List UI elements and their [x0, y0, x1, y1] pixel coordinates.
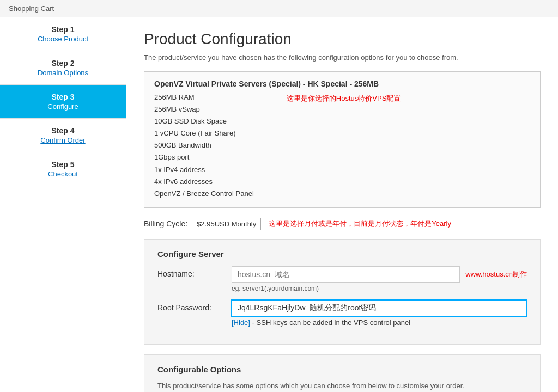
step2-subtitle[interactable]: Domain Options [9, 69, 117, 77]
billing-note: 这里是选择月付或是年付，目前是月付状态，年付是Yearly [269, 219, 451, 229]
sidebar-item-step5[interactable]: Step 5 Checkout [0, 152, 126, 186]
step1-title: Step 1 [9, 25, 117, 34]
top-bar: Shopping Cart [0, 0, 558, 17]
hostname-label: Hostname: [157, 266, 223, 278]
hostname-hint: eg. server1(.yourdomain.com) [232, 285, 527, 292]
spec-ipv4: 1x IPv4 address [154, 164, 254, 176]
spec-cpu: 1 vCPU Core (Fair Share) [154, 127, 254, 139]
step4-title: Step 4 [9, 126, 117, 135]
sidebar-item-step2[interactable]: Step 2 Domain Options [0, 51, 126, 85]
product-box: OpenVZ Virtual Private Servers (Special)… [144, 71, 541, 208]
spec-ram: 256MB RAM [154, 91, 254, 103]
configurable-desc: This product/service has some options wh… [157, 382, 527, 390]
billing-label: Billing Cycle: [144, 219, 187, 228]
spec-disk: 10GB SSD Disk Space [154, 115, 254, 127]
password-row: Root Password: [Hide] - SSH keys can be … [157, 300, 527, 327]
step3-subtitle: Configure [9, 102, 117, 111]
configure-server-box: Configure Server Hostname: www.hostus.cn… [144, 239, 541, 345]
sidebar-item-step3[interactable]: Step 3 Configure [0, 85, 126, 119]
spec-ipv6: 4x IPv6 addresses [154, 176, 254, 188]
step2-title: Step 2 [9, 59, 117, 68]
product-spec-note: 这里是你选择的Hostus特价VPS配置 [287, 94, 401, 103]
page-desc: The product/service you have chosen has … [144, 53, 541, 62]
hostname-input[interactable] [232, 266, 460, 283]
hostname-input-row: www.hostus.cn制作 [232, 266, 527, 283]
step3-title: Step 3 [9, 93, 117, 101]
configurable-options-title: Configurable Options [157, 365, 527, 374]
spec-port: 1Gbps port [154, 151, 254, 163]
product-name: OpenVZ Virtual Private Servers (Special)… [154, 79, 530, 88]
product-specs: 256MB RAM 256MB vSwap 10GB SSD Disk Spac… [154, 91, 254, 200]
password-input[interactable] [232, 300, 527, 316]
hide-link[interactable]: [Hide] [232, 318, 250, 327]
spec-swap: 256MB vSwap [154, 103, 254, 115]
password-label: Root Password: [157, 300, 223, 312]
billing-row: Billing Cycle: $2.95USD Monthly 这里是选择月付或… [144, 218, 541, 230]
configurable-options-box: Configurable Options This product/servic… [144, 354, 541, 392]
configure-server-title: Configure Server [157, 249, 527, 259]
step1-subtitle[interactable]: Choose Product [9, 35, 117, 43]
hostname-row: Hostname: www.hostus.cn制作 eg. server1(.y… [157, 266, 527, 292]
main-content: Product Configuration The product/servic… [126, 17, 558, 392]
step5-subtitle[interactable]: Checkout [9, 170, 117, 178]
shopping-cart-label: Shopping Cart [9, 4, 54, 13]
billing-value: $2.95USD Monthly [192, 218, 261, 230]
spec-right: 这里是你选择的Hostus特价VPS配置 [276, 91, 401, 200]
ssh-note-text: - SSH keys can be added in the VPS contr… [252, 318, 411, 327]
spec-bw: 500GB Bandwidth [154, 139, 254, 151]
step4-subtitle[interactable]: Confirm Order [9, 136, 117, 144]
ssh-note: [Hide] - SSH keys can be added in the VP… [232, 318, 527, 327]
spec-panel: OpenVZ / Breeze Control Panel [154, 188, 254, 200]
hostname-field: www.hostus.cn制作 eg. server1(.yourdomain.… [232, 266, 527, 292]
sidebar-item-step1[interactable]: Step 1 Choose Product [0, 17, 126, 51]
sidebar-item-step4[interactable]: Step 4 Confirm Order [0, 119, 126, 152]
hostname-red-note: www.hostus.cn制作 [465, 270, 527, 279]
sidebar: Step 1 Choose Product Step 2 Domain Opti… [0, 17, 126, 392]
step5-title: Step 5 [9, 160, 117, 169]
password-field: [Hide] - SSH keys can be added in the VP… [232, 300, 527, 327]
page-title: Product Configuration [144, 30, 541, 48]
